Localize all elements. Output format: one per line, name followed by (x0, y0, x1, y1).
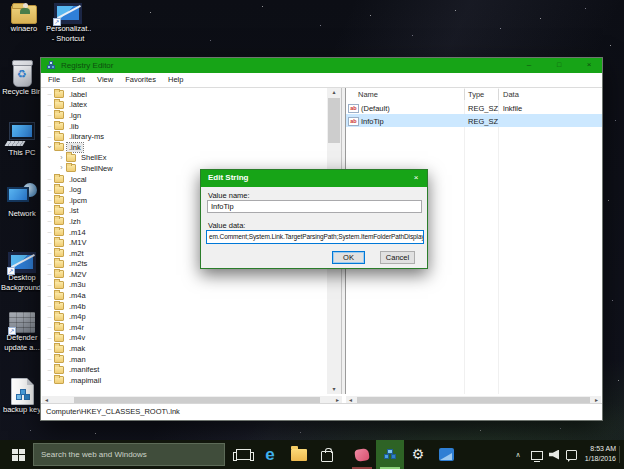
tree-item[interactable]: .m4a (41, 290, 327, 301)
tree-item[interactable]: .man (41, 354, 327, 365)
chevron-collapsed-icon[interactable] (57, 164, 66, 172)
folder-icon (54, 270, 64, 278)
tree-connector (45, 292, 54, 300)
desktop-icon-personalization[interactable]: ↗ Personalizat... - Shortcut (46, 3, 90, 43)
column-separator (464, 88, 465, 394)
edge-button[interactable]: e (256, 440, 284, 469)
tree-item[interactable]: .label (41, 89, 327, 100)
taskbar-clock[interactable]: 8:53 AM 1/18/2016 (572, 444, 616, 464)
scroll-down-icon[interactable]: ▾ (327, 385, 341, 394)
column-header-data[interactable]: Data (503, 90, 519, 99)
desktop-icon-defender-update[interactable]: ↗ Defender update a... (0, 312, 44, 352)
gear-icon: ⚙ (412, 440, 425, 469)
desktop-icon-winaero[interactable]: winaero (2, 5, 46, 34)
desktop-icon-recycle-bin[interactable]: ♻ Recycle Bin (0, 62, 44, 97)
regedit-taskbar-button[interactable] (376, 440, 404, 469)
maximize-button[interactable]: □ (549, 58, 569, 73)
tree-item[interactable]: .m4r (41, 322, 327, 333)
task-view-button[interactable] (230, 440, 256, 469)
personalization-icon: ↗ (54, 3, 82, 24)
clock-time: 8:53 AM (572, 444, 616, 454)
menu-help[interactable]: Help (162, 73, 189, 87)
regedit-cubes-icon (384, 449, 397, 461)
tree-item[interactable]: .mak (41, 343, 327, 354)
header-separator[interactable] (498, 89, 499, 100)
tree-item[interactable]: .manifest (41, 364, 327, 375)
value-name-field[interactable]: InfoTip (207, 200, 422, 213)
tree-item[interactable]: .m4b (41, 301, 327, 312)
tree-item[interactable]: .M2V (41, 269, 327, 280)
photos-app-button[interactable] (432, 440, 460, 469)
menu-edit[interactable]: Edit (66, 73, 91, 87)
folder-icon (54, 133, 64, 141)
edge-icon: e (265, 440, 274, 469)
photos-icon (439, 448, 454, 461)
tree-item[interactable]: .m4p (41, 311, 327, 322)
header-separator[interactable] (464, 89, 465, 100)
menu-view[interactable]: View (91, 73, 119, 87)
desktop-background-icon: ↗ (8, 252, 36, 273)
tree-item[interactable]: ShellEx (41, 153, 327, 164)
folder-icon (54, 207, 64, 215)
taskbar-search-input[interactable]: Search the web and Windows (33, 443, 225, 466)
volume-tray-button[interactable] (546, 440, 562, 469)
scrollbar-thumb[interactable] (328, 98, 340, 143)
ok-button[interactable]: OK (332, 251, 365, 264)
tree-item[interactable]: .mapimail (41, 375, 327, 386)
tree-item[interactable]: .lib (41, 121, 327, 132)
clock-date: 1/18/2016 (572, 454, 616, 464)
value-row-selected[interactable]: ab InfoTip REG_SZ (346, 114, 602, 127)
desktop-icon-network[interactable]: Network (0, 183, 44, 219)
taskbar: Search the web and Windows e ⚙ ∧ 8:53 AM… (0, 440, 624, 469)
tree-connector (45, 334, 54, 342)
tree-connector (45, 270, 54, 278)
close-button[interactable]: × (577, 58, 601, 73)
folder-icon (54, 111, 64, 119)
tree-connector (45, 345, 54, 353)
tree-connector (45, 376, 54, 384)
chevron-collapsed-icon[interactable] (57, 154, 66, 162)
menu-favorites[interactable]: Favorites (119, 73, 162, 87)
value-data-field[interactable]: em.Comment;System.Link.TargetParsingPath… (206, 230, 424, 244)
tree-item[interactable]: .lgn (41, 110, 327, 121)
menu-file[interactable]: File (42, 73, 66, 87)
tree-item[interactable]: .latex (41, 100, 327, 111)
folder-icon (54, 196, 64, 204)
tree-item[interactable]: .m4v (41, 333, 327, 344)
desktop-icon-this-pc[interactable]: This PC (0, 122, 44, 158)
folder-icon (54, 217, 64, 225)
dialog-title-bar[interactable]: Edit String (201, 170, 427, 187)
task-view-icon (236, 449, 251, 460)
column-header-type[interactable]: Type (468, 90, 484, 99)
status-bar: Computer\HKEY_CLASSES_ROOT\.lnk (41, 403, 602, 420)
scroll-up-icon[interactable]: ▴ (327, 88, 341, 97)
folder-icon (291, 449, 307, 461)
settings-button[interactable]: ⚙ (404, 440, 432, 469)
folder-icon (54, 101, 64, 109)
tree-connector (45, 90, 54, 98)
folder-icon (66, 154, 76, 162)
cancel-button[interactable]: Cancel (380, 251, 415, 264)
desktop-icon-desktop-background[interactable]: ↗ Desktop Background (0, 252, 44, 292)
folder-icon (54, 302, 64, 310)
minimize-button[interactable]: – (519, 58, 539, 73)
tree-item-selected[interactable]: .lnk (41, 142, 327, 153)
desktop-icon-backup-key[interactable]: backup key (0, 378, 44, 415)
store-button[interactable] (313, 440, 341, 469)
tree-connector (45, 133, 54, 141)
stars (0, 0, 1, 1)
show-desktop-button[interactable] (619, 446, 620, 463)
dialog-close-button[interactable]: × (405, 170, 427, 187)
tree-item[interactable]: .m3u (41, 280, 327, 291)
network-tray-button[interactable] (528, 440, 546, 469)
chevron-expanded-icon[interactable] (45, 143, 54, 151)
start-button[interactable] (4, 440, 32, 469)
file-explorer-button[interactable] (285, 440, 313, 469)
column-header-name[interactable]: Name (358, 90, 378, 99)
tree-connector (45, 217, 54, 225)
value-row[interactable]: ab (Default) REG_SZ lnkfile (346, 101, 602, 114)
tray-overflow-button[interactable]: ∧ (510, 440, 526, 469)
winaero-app-button[interactable] (348, 440, 376, 469)
tree-item[interactable]: .library-ms (41, 131, 327, 142)
title-bar[interactable]: Registry Editor – □ × (41, 58, 602, 73)
